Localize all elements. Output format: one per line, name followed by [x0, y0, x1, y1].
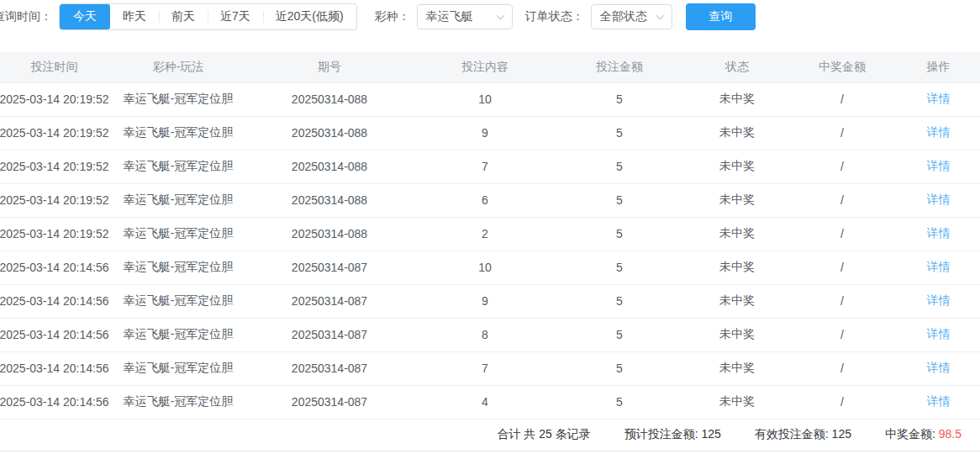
cell-win-amount: /: [788, 351, 897, 385]
cell-action: 详情: [897, 318, 980, 351]
cell-bet-time: 2025-03-14 20:19:52: [0, 116, 115, 150]
cell-status: 未中奖: [687, 351, 788, 385]
cell-status: 未中奖: [687, 82, 788, 116]
cell-status: 未中奖: [687, 385, 788, 419]
time-filter-group: 今天昨天前天近7天近20天(低频): [59, 3, 357, 30]
cell-issue: 20250314-088: [241, 82, 418, 116]
column-header-5: 状态: [687, 52, 788, 82]
time-option-0[interactable]: 今天: [60, 4, 110, 29]
cell-win-amount: /: [788, 318, 897, 351]
win-amount: 中奖金额: 98.5: [885, 427, 962, 442]
table-row: 2025-03-14 20:19:52幸运飞艇-冠军定位胆20250314-08…: [0, 116, 980, 150]
cell-play: 幸运飞艇-冠军定位胆: [115, 251, 241, 284]
cell-issue: 20250314-087: [241, 251, 418, 284]
detail-link[interactable]: 详情: [927, 159, 951, 172]
cell-bet-amount: 5: [552, 284, 687, 318]
table-row: 2025-03-14 20:14:56幸运飞艇-冠军定位胆20250314-08…: [0, 251, 980, 284]
cell-issue: 20250314-087: [241, 318, 418, 351]
table-row: 2025-03-14 20:19:52幸运飞艇-冠军定位胆20250314-08…: [0, 150, 980, 183]
detail-link[interactable]: 详情: [927, 226, 951, 240]
cell-bet-amount: 5: [552, 116, 687, 150]
cell-bet-content: 9: [418, 116, 552, 150]
lottery-select-value: 幸运飞艇: [426, 9, 473, 24]
lottery-select[interactable]: 幸运飞艇: [417, 4, 513, 29]
cell-play: 幸运飞艇-冠军定位胆: [115, 217, 241, 251]
cell-win-amount: /: [788, 251, 897, 284]
win-amount-value: 98.5: [939, 427, 962, 441]
detail-link[interactable]: 详情: [927, 92, 951, 105]
time-option-2[interactable]: 前天: [159, 4, 208, 29]
cell-issue: 20250314-087: [241, 351, 418, 385]
cell-bet-content: 7: [418, 351, 552, 385]
cell-win-amount: /: [788, 385, 897, 419]
query-button[interactable]: 查询: [686, 3, 756, 30]
cell-action: 详情: [897, 351, 980, 385]
cell-play: 幸运飞艇-冠军定位胆: [115, 183, 241, 217]
cell-play: 幸运飞艇-冠军定位胆: [115, 150, 241, 183]
table-row: 2025-03-14 20:14:56幸运飞艇-冠军定位胆20250314-08…: [0, 351, 980, 385]
cell-bet-time: 2025-03-14 20:19:52: [0, 183, 115, 217]
cell-issue: 20250314-088: [241, 150, 418, 183]
cell-status: 未中奖: [687, 150, 788, 183]
cell-bet-content: 2: [418, 217, 552, 251]
cell-action: 详情: [897, 284, 980, 318]
cell-status: 未中奖: [687, 251, 788, 284]
cell-play: 幸运飞艇-冠军定位胆: [115, 385, 241, 419]
cell-play: 幸运飞艇-冠军定位胆: [115, 284, 241, 318]
win-amount-label: 中奖金额:: [885, 427, 935, 441]
order-status-select-value: 全部状态: [600, 9, 647, 24]
cell-issue: 20250314-088: [241, 183, 418, 217]
cell-play: 幸运飞艇-冠军定位胆: [115, 116, 241, 150]
expected-bet-amount: 预计投注金额: 125: [624, 427, 721, 442]
cell-issue: 20250314-087: [241, 284, 418, 318]
cell-issue: 20250314-087: [241, 385, 418, 419]
detail-link[interactable]: 详情: [927, 361, 951, 374]
summary-bar: 合计 共 25 条记录 预计投注金额: 125 有效投注金额: 125 中奖金额…: [0, 420, 980, 451]
column-header-6: 中奖金额: [788, 52, 897, 82]
order-status-select[interactable]: 全部状态: [591, 4, 672, 29]
detail-link[interactable]: 详情: [927, 260, 951, 273]
time-option-3[interactable]: 近7天: [208, 4, 263, 29]
cell-action: 详情: [897, 385, 980, 419]
cell-status: 未中奖: [687, 183, 788, 217]
valid-bet-amount: 有效投注金额: 125: [755, 427, 851, 442]
expected-bet-amount-label: 预计投注金额:: [624, 427, 698, 441]
cell-bet-amount: 5: [552, 82, 687, 116]
cell-status: 未中奖: [687, 284, 788, 318]
cell-bet-content: 4: [418, 385, 552, 419]
expected-bet-amount-value: 125: [701, 427, 720, 441]
cell-win-amount: /: [788, 217, 897, 251]
cell-action: 详情: [897, 251, 980, 284]
orders-table: 投注时间彩种-玩法期号投注内容投注金额状态中奖金额操作 2025-03-14 2…: [0, 52, 980, 420]
order-status-label: 订单状态：: [525, 9, 584, 24]
detail-link[interactable]: 详情: [927, 125, 951, 139]
cell-issue: 20250314-088: [241, 217, 418, 251]
cell-bet-amount: 5: [552, 351, 687, 385]
cell-bet-content: 7: [418, 150, 552, 183]
cell-bet-time: 2025-03-14 20:14:56: [0, 385, 115, 419]
time-option-4[interactable]: 近20天(低频): [263, 4, 356, 29]
column-header-0: 投注时间: [0, 52, 115, 82]
detail-link[interactable]: 详情: [927, 293, 951, 307]
column-header-4: 投注金额: [552, 52, 687, 82]
detail-link[interactable]: 详情: [927, 193, 951, 206]
detail-link[interactable]: 详情: [927, 327, 951, 340]
filter-toolbar: 查询时间： 今天昨天前天近7天近20天(低频) 彩种： 幸运飞艇 订单状态： 全…: [0, 3, 980, 30]
total-records-text: 合计 共 25 条记录: [497, 427, 590, 442]
cell-bet-amount: 5: [552, 150, 687, 183]
cell-bet-content: 10: [418, 82, 552, 116]
cell-issue: 20250314-088: [241, 116, 418, 150]
cell-status: 未中奖: [687, 116, 788, 150]
table-row: 2025-03-14 20:14:56幸运飞艇-冠军定位胆20250314-08…: [0, 318, 980, 351]
cell-win-amount: /: [788, 150, 897, 183]
table-row: 2025-03-14 20:19:52幸运飞艇-冠军定位胆20250314-08…: [0, 217, 980, 251]
orders-table-wrap: 投注时间彩种-玩法期号投注内容投注金额状态中奖金额操作 2025-03-14 2…: [0, 52, 980, 420]
column-header-7: 操作: [897, 52, 980, 82]
time-option-1[interactable]: 昨天: [110, 4, 159, 29]
cell-bet-time: 2025-03-14 20:19:52: [0, 82, 115, 116]
cell-action: 详情: [897, 82, 980, 116]
cell-bet-amount: 5: [552, 251, 687, 284]
lottery-label: 彩种：: [375, 9, 410, 24]
cell-bet-amount: 5: [552, 183, 687, 217]
detail-link[interactable]: 详情: [927, 394, 951, 408]
